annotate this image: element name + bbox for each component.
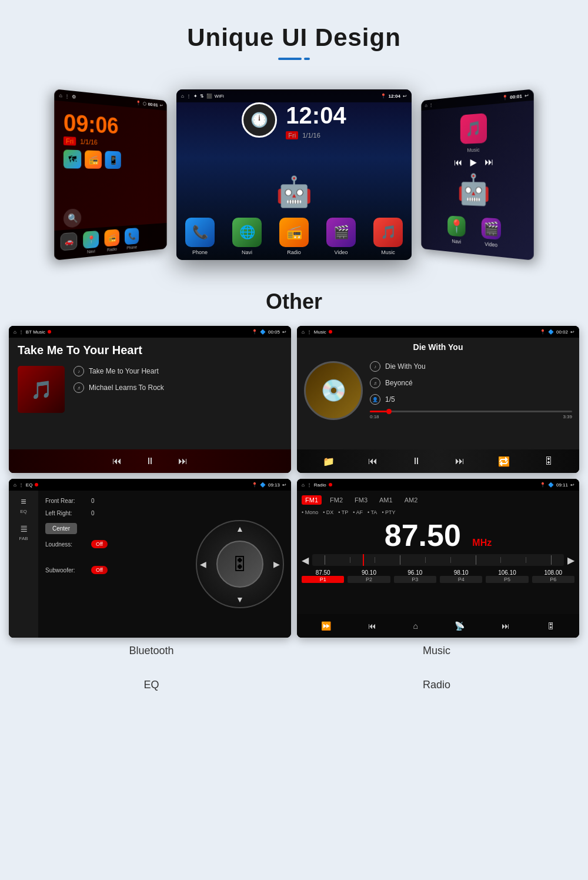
music-repeat-icon[interactable]: 🔁 [498, 456, 510, 467]
music-artist-name: Beyoncé [385, 379, 413, 387]
header-underline [0, 58, 588, 60]
radio-home-icon: ⌂ [302, 482, 305, 488]
app-icon-phone: 📞 [185, 218, 215, 247]
eq-sidebar-fab[interactable]: ≣ FAB [19, 523, 28, 541]
radio-wifi-icon[interactable]: 📡 [455, 621, 465, 631]
radio-settings-icon[interactable]: 🎛 [547, 621, 555, 631]
opt-tp: TP [338, 509, 348, 515]
music-playback-controls: 📁 ⏮ ⏸ ⏭ 🔁 🎛 [297, 449, 579, 473]
radio-band-tabs: FM1 FM2 FM3 AM1 AM2 [302, 495, 574, 505]
music-status-right: 📍 🔷 00:02 ↩ [540, 329, 574, 335]
bt-status-right: 📍 🔷 00:05 ↩ [252, 329, 286, 335]
app-icon-radio: 📻 [279, 218, 309, 247]
radio-band-am2[interactable]: AM2 [401, 495, 422, 505]
radio-next-track-icon[interactable]: ⏭ [502, 621, 510, 631]
android-screens-section: ⌂ ⋮ ⚙ 📍 ⬡ 00:01 ↩ 09:06 Fri 1/1/16 [0, 72, 588, 278]
right-screen-content: ⌂ ⋮ 📍 00:01 ↩ 🎵 Music ⏮ [421, 89, 533, 261]
eq-screen-content: ⌂ ⋮ EQ 📍 🔷 09:13 ↩ ≡ [9, 479, 291, 638]
right-video-label: Video [485, 241, 497, 248]
preset-4-label: P4 [440, 576, 482, 583]
star-icon-c: ✦ [193, 94, 198, 99]
eq-status-left: ⌂ ⋮ EQ [14, 482, 38, 488]
preset-6-label: P6 [532, 576, 574, 583]
preset-2[interactable]: 90.10 P2 [348, 569, 390, 583]
radio-label: Radio [107, 247, 117, 252]
music-folder-icon[interactable]: 📁 [323, 456, 335, 467]
radio-band-fm3[interactable]: FM3 [351, 495, 371, 505]
eq-icon: ≡ [21, 496, 26, 507]
music-pause-icon[interactable]: ⏸ [412, 456, 421, 466]
bt-track-info: 🎵 ♪ Take Me to Your Heart ♬ Michael Lear… [18, 366, 282, 413]
radio-needle [363, 554, 364, 566]
opt-ta: TA [368, 509, 377, 515]
center-day-badge: Fri [286, 131, 298, 139]
eq-knob[interactable]: ▲ ▼ ◀ ▶ 🎛 [196, 520, 284, 608]
music-num-icon: 👤 [370, 394, 380, 405]
eq-red-dot [35, 483, 38, 486]
center-app-radio: 📻 Radio [279, 218, 309, 255]
eq-settings: Front Rear: 0 Left Right: 0 Center Loudn… [45, 498, 189, 631]
eq-sidebar-eq[interactable]: ≡ EQ [20, 496, 27, 514]
back-icon-c: ↩ [403, 94, 407, 99]
bt-pause-icon[interactable]: ⏸ [145, 456, 155, 466]
preset-3[interactable]: 96.10 P3 [394, 569, 436, 583]
bt-time: 00:05 [268, 329, 280, 335]
subwoofer-toggle[interactable]: Off [91, 566, 108, 574]
bt-track-name-row: ♪ Take Me to Your Heart [74, 366, 282, 376]
fab-icon: ≣ [20, 523, 28, 534]
bt-next-icon[interactable]: ⏭ [178, 456, 188, 466]
radio-red-dot [329, 483, 332, 486]
preset-1[interactable]: 87.50 P1 [302, 569, 344, 583]
music-status-bar: ⌂ ⋮ Music 📍 🔷 00:02 ↩ [297, 326, 579, 338]
eq-subwoofer-area: Subwoofer: Off [45, 566, 189, 574]
bt-bt-icon: 🔷 [260, 329, 266, 335]
radio-band-am1[interactable]: AM1 [376, 495, 396, 505]
preset-6[interactable]: 108.00 P6 [532, 569, 574, 583]
location-icon-left: 📍 [136, 100, 141, 106]
bt-prev-icon[interactable]: ⏮ [112, 456, 122, 466]
app-label-navi: Navi [242, 249, 252, 255]
music-prev-icon[interactable]: ⏮ [368, 456, 377, 466]
bt-screen-content: ⌂ ⋮ BT Music 📍 🔷 00:05 ↩ Take Me To Your… [9, 326, 291, 473]
loudness-toggle[interactable]: Off [91, 540, 108, 548]
bt-music-label-status: BT Music [26, 329, 45, 335]
next-icon-r[interactable]: ⏭ [485, 156, 493, 168]
radio-home-ctrl-icon[interactable]: ⌂ [413, 621, 417, 631]
radio-next-btn[interactable]: ▶ [567, 555, 574, 566]
radio-options: Mono DX TP AF TA PTY [302, 509, 574, 515]
radio-bt-icon: 🔷 [548, 482, 554, 488]
prev-icon-r[interactable]: ⏮ [454, 157, 462, 168]
music-eq-icon[interactable]: 🎛 [544, 456, 553, 466]
bt-label: Bluetooth [9, 645, 294, 657]
music-next-icon[interactable]: ⏭ [455, 456, 465, 466]
radio-status-right: 📍 🔷 09:11 ↩ [540, 482, 574, 488]
preset-5[interactable]: 106.10 P5 [486, 569, 528, 583]
android-robot-icon: 🤖 [276, 175, 312, 209]
screens-grid: ⌂ ⋮ BT Music 📍 🔷 00:05 ↩ Take Me To Your… [0, 326, 588, 638]
radio-prev-btn[interactable]: ◀ [302, 555, 309, 566]
search-icon-area[interactable]: 🔍 [64, 208, 81, 228]
center-app-music: 🎵 Music [373, 218, 403, 255]
preset-1-freq: 87.50 [302, 569, 344, 576]
eq-center-button[interactable]: Center [45, 523, 77, 534]
radio-band-fm2[interactable]: FM2 [326, 495, 346, 505]
radio-rewind-icon[interactable]: ⏩ [321, 621, 331, 631]
radio-slider-bar[interactable] [312, 554, 564, 566]
preset-5-label: P5 [486, 576, 528, 583]
play-icon-r[interactable]: ▶ [470, 156, 477, 168]
tick-6 [450, 557, 451, 563]
music-loc-icon: 📍 [540, 329, 546, 335]
preset-4[interactable]: 98.10 P4 [440, 569, 482, 583]
app-label-video: Video [335, 249, 348, 255]
center-main-content: 🕛 12:04 Fri 1/1/16 🤖 [176, 102, 412, 260]
radio-band-fm1[interactable]: FM1 [302, 495, 322, 505]
music-track-name: Die With You [385, 362, 426, 371]
eq-left-right-label: Left Right: [45, 510, 86, 516]
radio-prev-track-icon[interactable]: ⏮ [368, 621, 376, 631]
preset-stations: 87.50 P1 90.10 P2 96.10 P3 98.10 [302, 569, 574, 583]
center-bottom-area: 🤖 📞 Phone 🌐 Navi 📻 [185, 145, 403, 260]
preset-3-label: P3 [394, 576, 436, 583]
center-app-navi: 🌐 Navi [232, 218, 262, 255]
progress-current: 0:18 [370, 414, 379, 419]
mini-phone-icon: 📱 [105, 151, 121, 169]
